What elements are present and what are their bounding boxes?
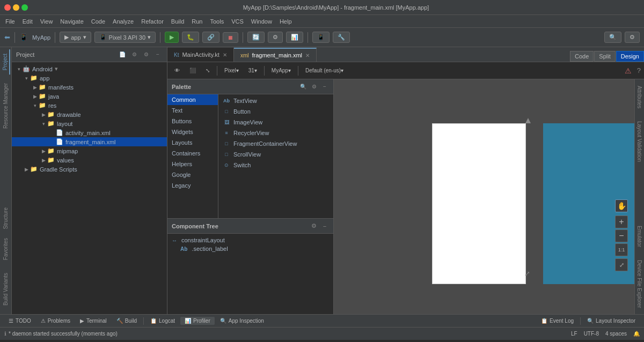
menu-vcs[interactable]: VCS [228, 17, 247, 26]
sdk-button[interactable]: 🔧 [333, 32, 350, 43]
palette-cat-legacy[interactable]: Legacy [167, 180, 218, 191]
status-notifications-icon[interactable]: 🔔 [633, 331, 640, 337]
menu-refactor[interactable]: Refactor [138, 17, 167, 26]
avd-button[interactable]: 📱 [312, 32, 330, 43]
palette-item-textview[interactable]: Ab TextView [218, 95, 333, 106]
palette-item-switch[interactable]: ⊙ Switch [218, 160, 333, 170]
palette-cat-text[interactable]: Text [167, 105, 218, 116]
design-canvas[interactable]: ⤢ ✋ + − 1:1 ⤢ [334, 79, 634, 314]
hand-tool-button[interactable]: ✋ [615, 199, 628, 212]
locale-button[interactable]: Default (en-us)▾ [302, 66, 347, 75]
device-dropdown[interactable]: 📱 Pixel 3 API 30 ▾ [94, 32, 156, 43]
build-variants-tab[interactable]: Build Variants [2, 269, 10, 310]
expand-button[interactable]: ⤢ [615, 258, 628, 271]
palette-item-scrollview[interactable]: □ ScrollView [218, 149, 333, 160]
ct-settings-icon[interactable]: ⚙ [310, 222, 318, 231]
tab-main-activity-close[interactable]: ✕ [223, 52, 227, 58]
status-encoding[interactable]: UTF-8 [584, 331, 599, 337]
attributes-tab[interactable]: Attributes [635, 81, 643, 113]
bottom-tab-terminal[interactable]: ▶ Terminal [76, 317, 111, 325]
palette-cat-helpers[interactable]: Helpers [167, 159, 218, 169]
ct-collapse-icon[interactable]: − [320, 222, 329, 231]
code-view-button[interactable]: Code [570, 51, 594, 62]
blueprint-button[interactable]: ⬛ [186, 66, 200, 75]
menu-tools[interactable]: Tools [207, 17, 227, 26]
device-file-explorer-tab[interactable]: Device File Explorer [635, 256, 643, 312]
tree-item-gradle[interactable]: ▶ 📁 Gradle Scripts [12, 165, 167, 174]
tab-fragment-main-close[interactable]: ✕ [305, 53, 310, 58]
orientation-button[interactable]: ⤡ [202, 66, 214, 75]
new-file-icon[interactable]: 📄 [118, 50, 127, 60]
gear-icon[interactable]: ⚙ [141, 50, 151, 60]
bottom-tab-app-inspection[interactable]: 🔍 App Inspection [216, 317, 268, 325]
palette-collapse-icon[interactable]: − [320, 83, 329, 91]
maximize-button[interactable] [21, 4, 28, 11]
palette-cat-widgets[interactable]: Widgets [167, 127, 218, 137]
help-icon[interactable]: ? [637, 66, 641, 75]
menu-view[interactable]: View [37, 17, 56, 26]
menu-navigate[interactable]: Navigate [57, 17, 86, 26]
tree-item-values[interactable]: ▶ 📁 values [12, 155, 167, 165]
eye-button[interactable]: 👁 [171, 66, 184, 75]
gradle-button[interactable]: ⚙ [268, 32, 283, 43]
attach-button[interactable]: 🔗 [202, 32, 219, 43]
bottom-tab-event-log[interactable]: 📋 Event Log [537, 317, 578, 325]
resource-manager-tab[interactable]: Resource Manager [2, 79, 10, 133]
sync-button[interactable]: 🔄 [247, 32, 265, 43]
palette-settings-icon[interactable]: ⚙ [310, 83, 318, 91]
run-config-dropdown[interactable]: ▶ app ▾ [60, 32, 91, 43]
menu-analyze[interactable]: Analyze [109, 17, 137, 26]
bottom-tab-todo[interactable]: ☰ TODO [4, 317, 35, 325]
menu-window[interactable]: Window [248, 17, 275, 26]
tree-item-drawable[interactable]: ▶ 📁 drawable [12, 110, 167, 119]
status-line-ending[interactable]: LF [571, 331, 577, 337]
menu-file[interactable]: File [2, 17, 18, 26]
structure-tab[interactable]: Structure [2, 203, 10, 234]
menu-help[interactable]: Help [276, 17, 295, 26]
tree-item-fragment-main[interactable]: ▶ 📄 fragment_main.xml [12, 137, 167, 146]
tree-item-android[interactable]: ▾ 🤖 Android ▾ [12, 64, 167, 73]
validation-error-icon[interactable]: ⚠ [625, 66, 632, 75]
settings-button[interactable]: ⚙ [625, 32, 640, 43]
bottom-tab-build[interactable]: 🔨 Build [112, 317, 141, 325]
tree-item-mipmap[interactable]: ▶ 📁 mipmap [12, 146, 167, 155]
menu-run[interactable]: Run [188, 17, 206, 26]
palette-item-recyclerview[interactable]: ≡ RecyclerView [218, 128, 333, 138]
run-button[interactable]: ▶ [165, 32, 179, 43]
stop-button[interactable]: ⏹ [223, 32, 238, 43]
ct-item-section-label[interactable]: Ab .section_label [167, 244, 333, 253]
palette-cat-google[interactable]: Google [167, 169, 218, 180]
palette-search-icon[interactable]: 🔍 [299, 83, 308, 91]
bottom-tab-logcat[interactable]: 📋 Logcat [146, 317, 179, 325]
menu-build[interactable]: Build [168, 17, 187, 26]
device-select-button[interactable]: Pixel▾ [221, 66, 243, 75]
palette-cat-common[interactable]: Common [167, 94, 218, 105]
ct-item-constraintlayout[interactable]: ↔ constraintLayout [167, 236, 333, 244]
bottom-tab-profiler[interactable]: 📊 Profiler [180, 317, 215, 325]
zoom-in-button[interactable]: + [615, 215, 628, 228]
bottom-tab-layout-inspector[interactable]: 🔍 Layout Inspector [583, 317, 640, 325]
profiler-button[interactable]: 📊 [286, 32, 303, 43]
search-button[interactable]: 🔍 [604, 32, 621, 43]
tree-item-manifests[interactable]: ▶ 📁 manifests [12, 83, 167, 92]
tree-item-java[interactable]: ▶ 📁 java [12, 92, 167, 101]
palette-cat-buttons[interactable]: Buttons [167, 116, 218, 127]
menu-code[interactable]: Code [88, 17, 108, 26]
api-select-button[interactable]: 31▾ [245, 66, 261, 75]
theme-button[interactable]: MyApp▾ [268, 66, 295, 75]
palette-cat-containers[interactable]: Containers [167, 148, 218, 159]
tree-item-layout[interactable]: ▾ 📁 layout [12, 119, 167, 128]
close-button[interactable] [4, 4, 11, 11]
zoom-out-button[interactable]: − [615, 229, 628, 242]
menu-edit[interactable]: Edit [19, 17, 36, 26]
collapse-icon[interactable]: − [153, 50, 163, 60]
tree-item-app[interactable]: ▾ 📁 app [12, 73, 167, 83]
tree-item-activity-main[interactable]: ▶ 📄 activity_main.xml [12, 128, 167, 137]
design-view-button[interactable]: Design [616, 51, 644, 62]
resize-handle[interactable]: ⤢ [524, 270, 530, 278]
split-view-button[interactable]: Split [594, 51, 615, 62]
layout-validation-tab[interactable]: Layout Validation [635, 117, 643, 166]
tree-item-res[interactable]: ▾ 📁 res [12, 101, 167, 110]
project-tab[interactable]: Project [1, 49, 10, 75]
palette-item-imageview[interactable]: 🖼 ImageView [218, 117, 333, 128]
